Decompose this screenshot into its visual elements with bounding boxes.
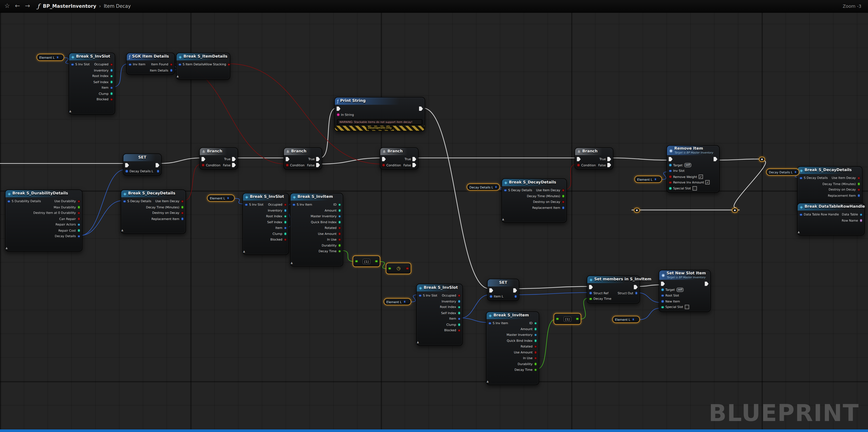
object-pin-out[interactable] — [338, 215, 341, 218]
bool-pin-in[interactable] — [669, 181, 672, 184]
struct-pin-out[interactable] — [857, 194, 860, 197]
object-pin-out[interactable] — [110, 69, 113, 72]
collapse-arrow-icon[interactable]: ▲ — [417, 340, 419, 344]
bool-pin-out[interactable] — [181, 211, 184, 214]
collapse-arrow-icon[interactable]: ▲ — [798, 230, 800, 234]
object-pin-out[interactable] — [77, 223, 80, 226]
int-pin-out[interactable] — [110, 92, 113, 95]
exec-pin-out[interactable] — [232, 157, 236, 161]
bool-pin-in[interactable] — [285, 163, 288, 166]
int-pin-out[interactable] — [338, 209, 341, 212]
exec-pin-out[interactable] — [713, 157, 717, 161]
bool-pin-out[interactable] — [338, 226, 341, 229]
float-pin-out[interactable] — [857, 182, 860, 185]
bool-pin-out[interactable] — [181, 200, 184, 203]
struct-pin-out[interactable] — [169, 69, 173, 72]
exec-pin-out[interactable] — [412, 163, 416, 167]
float-pin-out[interactable] — [77, 206, 80, 208]
node-break-datatablerowhandle-16[interactable]: ◈Break DataTableRowHandleData Table Row … — [797, 203, 865, 235]
bool-pin-in[interactable] — [202, 163, 205, 166]
node-break-s-invslot-11[interactable]: ◈Break S_InvSlotS Inv SlotOccupiedInvent… — [242, 193, 289, 255]
name-pin-out[interactable] — [859, 219, 862, 222]
collapse-arrow-icon[interactable]: ▲ — [69, 109, 71, 113]
exec-pin-out[interactable] — [513, 288, 517, 293]
struct-pin-in[interactable] — [669, 169, 672, 172]
breadcrumb-leaf[interactable]: Item Decay — [104, 3, 131, 9]
bool-pin-out[interactable] — [77, 200, 80, 203]
node-set-18[interactable]: SETItem L — [487, 279, 519, 301]
bool-pin-out[interactable] — [534, 345, 537, 348]
bool-pin-out[interactable] — [169, 63, 173, 66]
node-break-s-itemdetails-2[interactable]: ◈Break S_ItemDetailsS Item DetailsAllow … — [176, 53, 230, 80]
exec-pin-in[interactable] — [589, 285, 593, 289]
variable-pill-element-l-6[interactable]: Element L — [612, 316, 640, 323]
struct-pin-in[interactable] — [489, 295, 492, 298]
struct-pin-out[interactable] — [156, 170, 159, 172]
object-pin-out[interactable] — [284, 209, 287, 212]
variable-pill-element-l-3[interactable]: Element L — [634, 176, 662, 183]
float-pin-out[interactable] — [534, 368, 537, 371]
exec-pin-out[interactable] — [412, 157, 416, 161]
bool-pin-in[interactable] — [669, 175, 672, 178]
node-sgk-item-details-1[interactable]: ƒSGK Item DetailsInv ItemItem FoundItem … — [126, 53, 175, 75]
reroute-node-1[interactable] — [634, 208, 640, 213]
int-pin-out[interactable] — [284, 215, 287, 218]
float-pin-out[interactable] — [534, 362, 537, 365]
struct-pin-in[interactable] — [799, 176, 802, 179]
bool-pin-out[interactable] — [338, 232, 341, 235]
string-pin-in[interactable] — [337, 113, 340, 116]
float-pin-out[interactable] — [561, 194, 564, 197]
struct-pin-out[interactable] — [514, 295, 517, 298]
compare-time-node-1[interactable]: ◷ — [386, 263, 411, 275]
exec-pin-in[interactable] — [669, 157, 673, 161]
object-pin-out[interactable] — [534, 333, 537, 336]
struct-pin-in[interactable] — [178, 63, 181, 66]
float-pin-out[interactable] — [576, 317, 579, 320]
exec-pin-in[interactable] — [285, 157, 289, 161]
exec-pin-out[interactable] — [607, 157, 611, 161]
struct-pin-out[interactable] — [635, 291, 638, 294]
bool-pin-out[interactable] — [857, 188, 860, 191]
node-break-s-invitem-21[interactable]: ◈Break S_InvItemS Inv ItemIDAmountMaster… — [486, 311, 539, 385]
struct-pin-in[interactable] — [71, 63, 74, 66]
struct-pin-out[interactable] — [110, 86, 113, 89]
bool-pin-in[interactable] — [382, 163, 385, 166]
struct-pin-out[interactable] — [458, 317, 461, 320]
int-pin-out[interactable] — [338, 203, 341, 206]
favorite-star-icon[interactable]: ☆ — [4, 0, 10, 12]
struct-pin-out[interactable] — [403, 300, 406, 303]
exec-pin-out[interactable] — [316, 157, 320, 161]
bool-pin-out[interactable] — [284, 203, 287, 206]
struct-pin-out[interactable] — [227, 197, 229, 199]
int-pin-out[interactable] — [534, 339, 537, 342]
node-break-s-durabilitydetails-9[interactable]: ◈Break S_DurabilityDetailsS Durability D… — [5, 190, 83, 251]
struct-pin-out[interactable] — [654, 178, 657, 180]
node-break-s-decaydetails-13[interactable]: ◈Break S_DecayDetailsS Decay DetailsUse … — [501, 178, 567, 223]
collapse-arrow-icon[interactable]: ▲ — [487, 379, 489, 383]
bool-pin-out[interactable] — [857, 176, 860, 179]
checkbox-checked[interactable]: ✓ — [699, 174, 703, 179]
collapse-arrow-icon[interactable]: ▲ — [5, 246, 7, 250]
object-pin-in[interactable] — [661, 288, 664, 291]
exec-pin-in[interactable] — [202, 157, 206, 161]
struct-pin-in[interactable] — [7, 200, 10, 203]
int-pin-out[interactable] — [534, 322, 537, 325]
forward-arrow-icon[interactable]: → — [25, 0, 30, 12]
int-pin-out[interactable] — [110, 75, 113, 78]
struct-pin-in[interactable] — [292, 203, 296, 206]
struct-pin-in[interactable] — [589, 291, 592, 294]
int-pin-in[interactable] — [669, 186, 672, 190]
int-pin-out[interactable] — [338, 221, 341, 224]
exec-pin-out[interactable] — [232, 163, 236, 167]
collapse-arrow-icon[interactable]: ▲ — [290, 261, 292, 265]
exec-pin-out[interactable] — [419, 107, 423, 111]
float-pin-in[interactable] — [589, 297, 592, 300]
int-pin-out[interactable] — [458, 306, 461, 309]
struct-pin-in[interactable] — [128, 63, 131, 66]
exec-pin-out[interactable] — [634, 285, 638, 289]
variable-pill-element-l-5[interactable]: Element L — [384, 298, 411, 306]
struct-pin-in[interactable] — [661, 294, 664, 297]
breadcrumb-root[interactable]: BP_MasterInventory — [43, 3, 96, 9]
object-pin-out[interactable] — [458, 300, 461, 303]
struct-pin-out[interactable] — [632, 318, 634, 321]
